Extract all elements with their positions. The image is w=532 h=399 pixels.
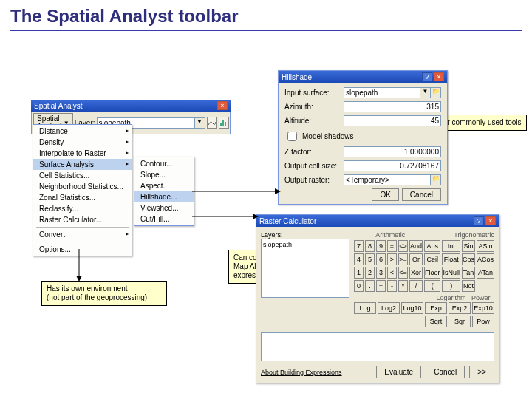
key-3[interactable]: 3 [376,267,386,279]
key-Or[interactable]: Or [409,253,423,265]
callout-env-l2: (not part of the geoprocessing) [47,293,162,302]
key-8[interactable]: 8 [365,240,375,252]
key-6[interactable]: 6 [376,253,386,265]
expression-input[interactable] [261,332,494,361]
menu-raster-calculator[interactable]: Raster Calculator... [33,214,132,225]
key-Exp10[interactable]: Exp10 [472,302,494,314]
menu-interpolate[interactable]: Interpolate to Raster [33,148,132,159]
key-Log2[interactable]: Log2 [378,302,400,314]
close-icon[interactable]: × [434,72,444,81]
key-Ceil[interactable]: Ceil [424,253,441,265]
key-+[interactable]: + [376,280,386,292]
key-Pow[interactable]: Pow [472,316,494,327]
key-0[interactable]: 0 [354,280,364,292]
menu-options[interactable]: Options... [33,244,132,255]
key->[interactable]: > [387,253,397,265]
submenu-hillshade[interactable]: Hillshade... [134,191,194,202]
key-9[interactable]: 9 [376,240,386,252]
key-<>[interactable]: <> [398,240,408,252]
key-Exp[interactable]: Exp [425,302,447,314]
key-ACos[interactable]: ACos [477,253,494,265]
key-Not[interactable]: Not [462,280,475,292]
close-icon[interactable]: × [217,101,228,110]
toolbar-title: Spatial Analyst [34,102,83,110]
key-4[interactable]: 4 [354,253,364,265]
menu-reclassify[interactable]: Reclassify... [33,203,132,214]
key-7[interactable]: 7 [354,240,364,252]
key-2[interactable]: 2 [365,267,375,279]
key-<[interactable]: < [387,267,397,279]
submenu-contour[interactable]: Contour... [134,158,194,169]
key-ATan[interactable]: ATan [477,267,494,279]
key-Int[interactable]: Int [442,240,460,252]
browse-icon[interactable]: 📁 [431,87,441,98]
key-Sin[interactable]: Sin [462,240,475,252]
help-icon[interactable]: ? [422,72,432,81]
submenu-cutfill[interactable]: Cut/Fill... [134,214,194,225]
browse-icon[interactable]: 📁 [431,174,441,185]
key-Sqr[interactable]: Sqr [449,316,471,327]
layers-panel: Layers: slopepath [261,231,349,327]
key-/[interactable]: / [409,280,423,292]
key->=[interactable]: >= [398,253,408,265]
submenu-viewshed[interactable]: Viewshed... [134,202,194,214]
layers-listbox[interactable]: slopepath [261,239,349,298]
submenu-slope[interactable]: Slope... [134,169,194,180]
more-button[interactable]: >> [469,366,494,378]
key-Floor[interactable]: Floor [424,267,441,279]
key-Abs[interactable]: Abs [424,240,441,252]
cancel-button[interactable]: Cancel [402,188,441,201]
key-ASin[interactable]: ASin [477,240,494,252]
layer-chevron-down-icon[interactable]: ▼ [195,117,205,129]
key-1[interactable]: 1 [354,267,364,279]
cellsize-label: Output cell size: [284,162,344,170]
histogram-tool-icon[interactable] [219,117,229,129]
key-Xor[interactable]: Xor [409,267,423,279]
zfactor-label: Z factor: [284,148,344,156]
close-icon[interactable]: × [485,216,496,225]
key-([interactable]: ( [424,280,441,292]
hillshade-dialog: Hillshade ? × Input surface: ▼📁 Azimuth:… [278,70,448,205]
key-And[interactable]: And [409,240,423,252]
menu-neighborhood-stats[interactable]: Neighborhood Statistics... [33,181,132,192]
menu-cell-stats[interactable]: Cell Statistics... [33,170,132,181]
outraster-field[interactable] [344,174,431,185]
altitude-field[interactable] [344,115,441,126]
menu-convert[interactable]: Convert [33,229,132,240]
help-icon[interactable]: ? [474,216,484,225]
cellsize-field[interactable] [344,160,441,171]
cancel-button[interactable]: Cancel [426,366,465,378]
azimuth-field[interactable] [344,101,441,112]
key-Sqrt[interactable]: Sqrt [425,316,447,327]
menu-density[interactable]: Density [33,137,132,148]
ok-button[interactable]: OK [372,188,398,201]
key--[interactable]: - [387,280,397,292]
key-5[interactable]: 5 [365,253,375,265]
key-<=[interactable]: <= [398,267,408,279]
model-shadows-checkbox[interactable] [287,132,297,141]
contour-tool-icon[interactable] [207,117,217,129]
key-Cos[interactable]: Cos [462,253,475,265]
chevron-down-icon[interactable]: ▼ [420,87,431,98]
key-)[interactable]: ) [442,280,460,292]
input-surface-field[interactable] [344,87,420,98]
key-IsNull[interactable]: IsNull [442,267,460,279]
menu-distance[interactable]: Distance [33,126,132,137]
key-Log[interactable]: Log [354,302,376,314]
evaluate-button[interactable]: Evaluate [376,366,421,378]
menu-separator [36,227,129,228]
key-*[interactable]: * [398,280,408,292]
menu-surface-analysis[interactable]: Surface Analysis [33,159,132,170]
zfactor-field[interactable] [344,146,441,157]
key-Tan[interactable]: Tan [462,267,475,279]
key-Exp2[interactable]: Exp2 [449,302,471,314]
submenu-aspect[interactable]: Aspect... [134,180,194,191]
menu-zonal-stats[interactable]: Zonal Statistics... [33,192,132,203]
key-Log10[interactable]: Log10 [401,302,423,314]
key-Float[interactable]: Float [442,253,460,265]
layer-list-item[interactable]: slopepath [263,241,347,248]
keypad-panel: Arithmetic Trigonometric 789=<>AndAbsInt… [354,231,494,327]
about-link[interactable]: About Building Expressions [261,369,342,376]
key-.[interactable]: . [365,280,375,292]
key-=[interactable]: = [387,240,397,252]
